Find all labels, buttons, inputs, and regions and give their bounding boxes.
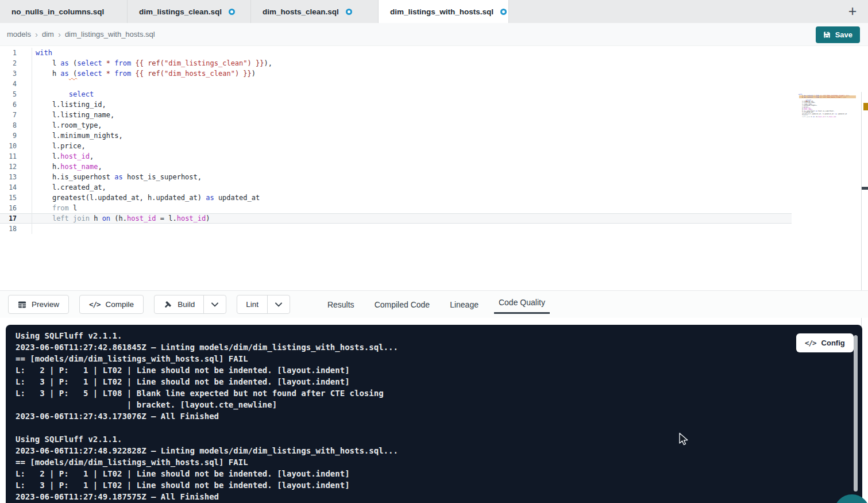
editor-toolbar: Preview </> Compile Build — [0, 290, 868, 318]
code-line-text: l as (select * from {{ ref("dim_listings… — [32, 58, 272, 68]
unsaved-changes-dot — [229, 9, 235, 15]
terminal-scrollbar-thumb[interactable] — [854, 335, 858, 492]
unsaved-changes-dot — [346, 9, 352, 15]
code-line-18[interactable]: 18 — [0, 224, 868, 234]
code-line-text: greatest(l.updated_at, h.updated_at) as … — [32, 193, 260, 203]
code-line-text: l.minimum_nights, — [32, 130, 123, 141]
code-line-text: l.listing_name, — [32, 110, 114, 120]
code-line-text — [32, 224, 36, 234]
editor-minimap[interactable]: with l as (select * from {{ ref("dim_lis… — [798, 94, 841, 119]
lint-dropdown-button[interactable] — [267, 295, 290, 313]
line-number: 18 — [0, 224, 32, 234]
code-editor[interactable]: 1with2 l as (select * from {{ ref("dim_l… — [0, 46, 868, 290]
save-button[interactable]: Save — [816, 26, 860, 43]
floppy-disk-icon — [823, 31, 831, 39]
file-tab-dim_listings_clean.sql[interactable]: dim_listings_clean.sql — [128, 0, 251, 23]
code-line-text: left join h on (h.host_id = l.host_id) — [32, 213, 210, 224]
terminal-line: L: 3 | P: 1 | LT02 | Line should not be … — [16, 479, 862, 491]
line-number: 8 — [0, 120, 32, 130]
ide-window: no_nulls_in_columns.sqldim_listings_clea… — [0, 0, 868, 503]
lint-button-label: Lint — [246, 300, 259, 309]
code-brackets-icon: </> — [89, 300, 101, 309]
breadcrumb-models[interactable]: models — [7, 30, 31, 39]
breadcrumb-dim[interactable]: dim — [42, 30, 54, 39]
code-line-2[interactable]: 2 l as (select * from {{ ref("dim_listin… — [0, 58, 868, 68]
mouse-cursor — [678, 432, 690, 449]
save-button-label: Save — [835, 30, 852, 39]
code-line-11[interactable]: 11 l.host_id, — [0, 151, 868, 162]
code-line-text: l.listing_id, — [32, 99, 106, 110]
code-line-text: h.host_name, — [32, 162, 102, 172]
terminal-line: L: 3 | P: 1 | LT02 | Line should not be … — [16, 376, 862, 387]
line-number: 2 — [0, 58, 32, 68]
file-tab-no_nulls_in_columns.sql[interactable]: no_nulls_in_columns.sql — [0, 0, 128, 23]
code-line-9[interactable]: 9 l.minimum_nights, — [0, 130, 868, 141]
hammer-icon — [163, 300, 172, 309]
preview-button[interactable]: Preview — [8, 295, 69, 314]
terminal-line: 2023-06-06T11:27:49.187575Z — All Finish… — [16, 491, 862, 502]
breadcrumb-file[interactable]: dim_listings_with_hosts.sql — [65, 30, 155, 39]
code-line-text: l.created_at, — [32, 182, 106, 193]
new-tab-button[interactable]: + — [844, 2, 861, 20]
terminal-line: 2023-06-06T11:27:48.922828Z — Linting mo… — [16, 445, 862, 456]
file-tab-label: no_nulls_in_columns.sql — [11, 7, 104, 16]
line-number: 3 — [0, 68, 32, 79]
code-line-text: l.room_type, — [32, 120, 102, 130]
file-tab-dim_hosts_clean.sql[interactable]: dim_hosts_clean.sql — [251, 0, 379, 23]
file-tab-dim_listings_with_hosts.sql[interactable]: dim_listings_with_hosts.sql — [379, 0, 509, 23]
chevron-right-icon: › — [35, 29, 38, 39]
code-line-text — [32, 79, 36, 89]
file-tab-label: dim_listings_with_hosts.sql — [390, 7, 493, 16]
tab-code-quality[interactable]: Code Quality — [497, 298, 546, 307]
terminal-line: Using SQLFluff v2.1.1. — [16, 330, 862, 341]
line-number: 9 — [0, 130, 32, 141]
code-line-text: l.host_id, — [32, 151, 94, 162]
code-line-13[interactable]: 13 h.is_superhost as host_is_superhost, — [0, 172, 868, 182]
code-line-text: h.is_superhost as host_is_superhost, — [32, 172, 202, 182]
code-line-17[interactable]: 17 left join h on (h.host_id = l.host_id… — [0, 213, 792, 224]
code-line-15[interactable]: 15 greatest(l.updated_at, h.updated_at) … — [0, 193, 868, 203]
code-line-7[interactable]: 7 l.listing_name, — [0, 110, 868, 120]
build-button[interactable]: Build — [155, 295, 203, 313]
code-line-10[interactable]: 10 l.price, — [0, 141, 868, 151]
lint-button[interactable]: Lint — [237, 295, 267, 313]
code-line-1[interactable]: 1with — [0, 48, 868, 58]
code-line-text: select — [32, 89, 94, 99]
line-number: 15 — [0, 193, 32, 203]
file-tab-label: dim_hosts_clean.sql — [263, 7, 339, 16]
terminal-line: 2023-06-06T11:27:42.861845Z — Linting mo… — [16, 341, 862, 353]
code-line-12[interactable]: 12 h.host_name, — [0, 162, 868, 172]
tab-compiled-code[interactable]: Compiled Code — [373, 300, 431, 309]
terminal-line: | bracket. [layout.cte_newline] — [16, 399, 862, 410]
plus-icon: + — [848, 3, 857, 20]
code-line-3[interactable]: 3 h as (select * from {{ ref("dim_hosts_… — [0, 68, 868, 79]
file-tab-label: dim_listings_clean.sql — [139, 7, 222, 16]
build-button-label: Build — [178, 300, 195, 309]
build-dropdown-button[interactable] — [203, 295, 226, 313]
lint-warning-marker — [863, 103, 868, 110]
line-number: 4 — [0, 79, 32, 89]
code-line-text: l.price, — [32, 141, 86, 151]
terminal-line: L: 3 | P: 5 | LT08 | Blank line expected… — [16, 387, 862, 399]
code-line-8[interactable]: 8 l.room_type, — [0, 120, 868, 130]
code-line-6[interactable]: 6 l.listing_id, — [0, 99, 868, 110]
code-line-5[interactable]: 5 select — [0, 89, 868, 99]
chevron-down-icon — [275, 302, 282, 307]
code-line-4[interactable]: 4 — [0, 79, 868, 89]
line-number: 13 — [0, 172, 32, 182]
line-number: 6 — [0, 99, 32, 110]
tab-lineage[interactable]: Lineage — [449, 300, 480, 309]
code-line-14[interactable]: 14 l.created_at, — [0, 182, 868, 193]
build-button-group: Build — [154, 295, 226, 314]
tab-results[interactable]: Results — [326, 300, 356, 309]
line-number: 10 — [0, 141, 32, 151]
code-line-text: h as (select * from {{ ref("dim_hosts_cl… — [32, 68, 256, 79]
line-number: 12 — [0, 162, 32, 172]
editor-scrollbar-thumb[interactable] — [862, 187, 868, 190]
code-line-16[interactable]: 16 from l — [0, 203, 868, 213]
compile-button[interactable]: </> Compile — [79, 295, 144, 314]
config-button[interactable]: </> Config — [796, 333, 854, 352]
code-line-text: with — [32, 48, 52, 58]
terminal-line: == [models/dim/dim_listings_with_hosts.s… — [16, 353, 862, 364]
chevron-right-icon: › — [58, 29, 61, 39]
